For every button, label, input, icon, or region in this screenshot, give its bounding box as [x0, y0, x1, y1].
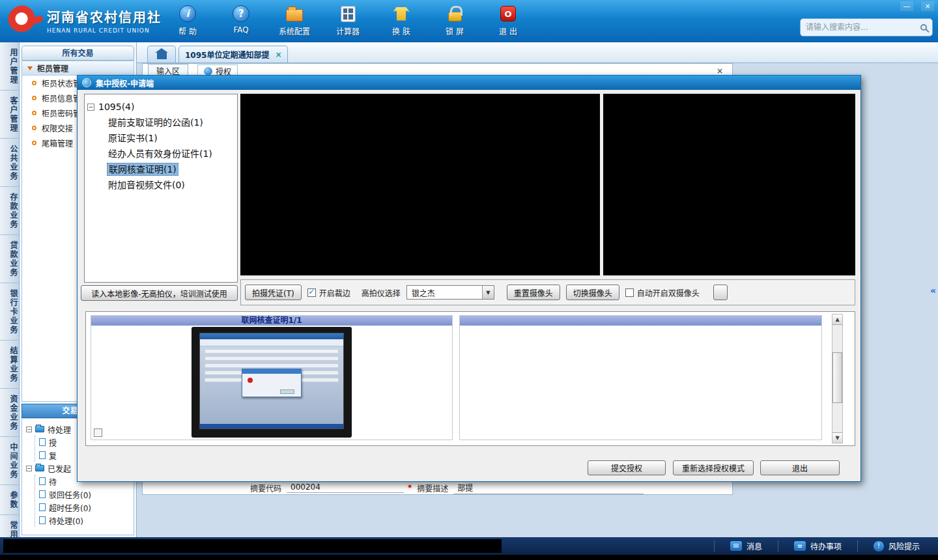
module-tab-user-mgmt[interactable]: 用户管理	[0, 42, 19, 91]
info-node-rejected-tasks[interactable]: 驳回任务(0)	[39, 488, 134, 501]
close-button[interactable]: ×	[921, 1, 934, 11]
module-tab-loan-biz[interactable]: 贷款业务	[0, 235, 19, 283]
module-tab-customer-mgmt[interactable]: 客户管理	[0, 91, 19, 139]
messages-label: 消息	[746, 540, 762, 552]
tab-1095-notice-withdrawal[interactable]: 1095单位定期通知部提 ×	[178, 46, 288, 63]
file-icon	[39, 438, 46, 446]
todo-button[interactable]: ≡ 待办事项	[778, 540, 857, 552]
status-items: ✉ 消息 ≡ 待办事项 ! 风险提示	[714, 537, 935, 555]
summary-desc-label: 摘要描述	[417, 483, 448, 494]
panel-close-icon[interactable]: ×	[713, 66, 727, 76]
switch-camera-button[interactable]: 切换摄像头	[566, 285, 619, 300]
collapse-panel-icon[interactable]: «	[930, 285, 936, 296]
capture-voucher-button[interactable]: 拍摄凭证(T)	[245, 285, 302, 300]
module-tab-settlement-biz[interactable]: 结算业务	[0, 341, 19, 389]
module-tab-strip: 用户管理 客户管理 公共业务 存款业务 贷款业务 银行卡业务 结算业务 资金业务…	[0, 42, 20, 537]
system-config-icon	[286, 9, 303, 21]
calculator-label: 计算器	[328, 25, 367, 36]
scanner-select[interactable]: 银之杰 ▼	[406, 285, 494, 300]
change-skin-label: 换 肤	[382, 25, 421, 36]
reset-camera-button[interactable]: 重置摄像头	[507, 285, 560, 300]
dialog-titlebar[interactable]: 集中授权-申请端	[78, 76, 860, 90]
folder-icon	[35, 465, 44, 471]
risk-icon: !	[874, 541, 884, 552]
minimize-button[interactable]: —	[900, 1, 913, 11]
doc-item-original-certificate[interactable]: 原证实书(1)	[107, 130, 234, 146]
summary-fields-row: 摘要代码 000204 * 摘要描述 部提	[143, 481, 732, 495]
messages-button[interactable]: ✉ 消息	[714, 540, 778, 552]
calculator-button[interactable]: 计算器	[328, 3, 367, 36]
file-icon	[39, 516, 46, 524]
bullet-icon	[32, 126, 36, 130]
dropdown-arrow-icon[interactable]: ▼	[482, 286, 494, 299]
thumbnail-image[interactable]	[192, 327, 352, 438]
search-box	[800, 18, 933, 36]
verification-panel-title: 联网核查证明1/1	[91, 316, 452, 326]
system-config-button[interactable]: 系统配置	[275, 3, 314, 36]
thumbnail-select-checkbox[interactable]	[94, 428, 102, 437]
help-icon: i	[179, 5, 196, 22]
dialog-exit-button[interactable]: 退出	[760, 460, 840, 475]
central-authorization-dialog: 集中授权-申请端 − 1095(4) 提前支取证明的公函(1) 原证实书(1) …	[77, 75, 861, 482]
system-config-label: 系统配置	[275, 25, 314, 36]
info-node-timeout-tasks[interactable]: 超时任务(0)	[39, 501, 134, 514]
tab-close-icon[interactable]: ×	[275, 50, 281, 59]
summary-code-label: 摘要代码	[250, 483, 281, 494]
logo-icon	[8, 5, 40, 35]
doc-tree-root[interactable]: − 1095(4)	[87, 99, 234, 115]
help-label: 帮 助	[168, 25, 207, 36]
lock-screen-button[interactable]: 锁 屏	[435, 3, 474, 36]
scroll-up-icon[interactable]: ▲	[832, 315, 842, 325]
bullet-icon	[32, 111, 36, 115]
module-tab-deposit-biz[interactable]: 存款业务	[0, 187, 19, 235]
module-tab-public-biz[interactable]: 公共业务	[0, 139, 19, 187]
doc-item-withdrawal-letter[interactable]: 提前支取证明的公函(1)	[107, 115, 234, 130]
document-tabbar: 1095单位定期通知部提 ×	[137, 42, 938, 63]
exit-button[interactable]: O 退 出	[489, 3, 528, 36]
crop-edges-checkbox[interactable]: ✓	[307, 288, 316, 297]
camera-preview-main[interactable]	[240, 94, 600, 275]
tree-group-teller-mgmt[interactable]: 柜员管理	[22, 61, 134, 76]
notice-marquee	[3, 539, 502, 553]
collapse-box-icon[interactable]: −	[87, 104, 94, 111]
document-type-tree: − 1095(4) 提前支取证明的公函(1) 原证实书(1) 经办人员有效身份证…	[84, 94, 238, 283]
dialog-icon	[82, 78, 91, 87]
faq-icon: ?	[233, 5, 249, 22]
search-icon[interactable]	[920, 24, 927, 31]
module-tab-funds-biz[interactable]: 资金业务	[0, 389, 19, 437]
scroll-down-icon[interactable]: ▼	[832, 432, 842, 443]
change-skin-button[interactable]: 换 肤	[382, 3, 421, 36]
auto-dual-camera-checkbox[interactable]	[625, 288, 634, 297]
doc-item-online-verification[interactable]: 联网核查证明(1)	[107, 161, 234, 177]
collapse-box-icon[interactable]: −	[26, 466, 32, 471]
images-scrollbar[interactable]: ▲ ▼	[832, 314, 843, 443]
doc-item-av-files[interactable]: 附加音视频文件(0)	[107, 177, 234, 193]
bullet-icon	[32, 81, 36, 85]
submit-authorization-button[interactable]: 提交授权	[588, 460, 666, 475]
collapse-box-icon[interactable]: −	[26, 427, 32, 432]
module-tab-params[interactable]: 参数	[0, 485, 19, 515]
faq-button[interactable]: ? FAQ	[221, 3, 261, 36]
message-icon: ✉	[730, 541, 742, 551]
info-node-pending-tasks[interactable]: 待处理(0)	[39, 514, 134, 527]
bullet-icon	[32, 96, 36, 100]
module-tab-intermediate-biz[interactable]: 中间业务	[0, 437, 19, 485]
all-transactions-header[interactable]: 所有交易	[21, 46, 134, 61]
doc-item-operator-id[interactable]: 经办人员有效身份证件(1)	[107, 146, 234, 161]
module-tab-bankcard-biz[interactable]: 银行卡业务	[0, 283, 19, 341]
search-input[interactable]	[806, 23, 920, 32]
camera-preview-secondary[interactable]	[603, 94, 855, 275]
summary-desc-field[interactable]: 部提	[453, 482, 644, 494]
bullet-icon	[32, 141, 36, 145]
reselect-auth-mode-button[interactable]: 重新选择授权模式	[673, 460, 754, 475]
risk-alert-button[interactable]: ! 风险提示	[857, 540, 935, 552]
help-button[interactable]: i 帮 助	[168, 3, 207, 36]
lock-icon	[448, 12, 462, 21]
scrollbar-thumb[interactable]	[832, 352, 842, 403]
camera-controls: 拍摄凭证(T) ✓ 开启裁边 高拍仪选择 银之杰 ▼ 重置摄像头 切换摄像头 自…	[240, 279, 855, 305]
read-local-image-button[interactable]: 读入本地影像-无高拍仪，培训测试使用	[81, 285, 238, 301]
file-icon	[39, 490, 46, 498]
capture-customer-button[interactable]	[713, 285, 728, 300]
home-tab[interactable]	[147, 46, 176, 63]
summary-code-field[interactable]: 000204	[287, 483, 404, 493]
